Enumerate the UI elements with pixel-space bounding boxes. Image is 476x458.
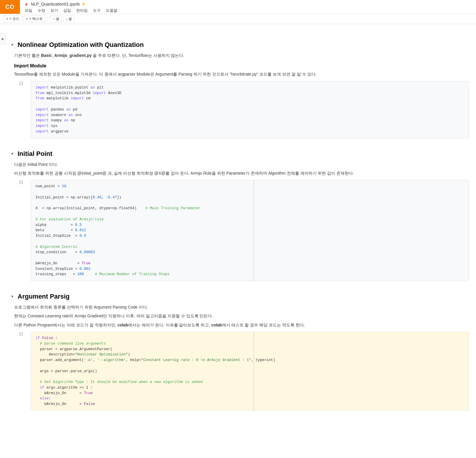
- cell-divider-2: [254, 180, 254, 281]
- section-title-2: Initial Point: [18, 150, 52, 158]
- cell-divider-3: [254, 332, 254, 411]
- colab-logo: CO: [0, 0, 20, 14]
- menu-help[interactable]: 도움말: [104, 7, 120, 14]
- menu-view[interactable]: 보기: [48, 7, 60, 14]
- cell-brackets-3: [ ]: [20, 332, 23, 336]
- import-description: Tensorflow를 제외한 모든 Module을 가져온다. 이 중에서 a…: [14, 71, 469, 77]
- code-block-imports[interactable]: import matplotlib.pyplot as plt from mpl…: [31, 81, 469, 138]
- cell-brackets-2: [ ]: [20, 180, 23, 184]
- initial-point-text-1: 다음은 Initial Point 이다.: [14, 161, 469, 168]
- arrow-up-icon: ↑: [53, 17, 55, 21]
- drive-icon: 🔺: [23, 1, 29, 7]
- section-title-1: Nonlinear Optimization with Quantization: [18, 41, 144, 49]
- code-block-argparse[interactable]: if False : # parse command line argument…: [31, 332, 469, 411]
- section-initial-point: ▼ Initial Point 다음은 Initial Point 이다. 비선…: [7, 147, 476, 287]
- move-cell-up-button[interactable]: ↑ 셀: [50, 15, 62, 23]
- code-cell-wrapper-2: num_point = 10 Initial_point = np.array(…: [31, 180, 469, 281]
- section-header-2[interactable]: ▼ Initial Point: [7, 149, 476, 159]
- arrow-down-icon: ↓: [66, 17, 67, 21]
- intro-text-1: 기본적인 틀은 Basic_Armijo_gradient.py 을 주로 따른…: [14, 52, 469, 59]
- section-nonlinear: ▼ Nonlinear Optimization with Quantizati…: [7, 38, 476, 144]
- menu-edit[interactable]: 수정: [35, 7, 48, 14]
- chevron-icon-2: ▼: [11, 152, 15, 156]
- down-cell-label: 셀: [68, 16, 72, 21]
- header-right: 🔺 NLP_Quantization01.ipynb ★ 파일 수정 보기 삽입…: [20, 0, 476, 14]
- up-cell-label: 셀: [56, 16, 59, 21]
- section-body-2: 다음은 Initial Point 이다. 비선형 최적화를 위한 공통 시작점…: [7, 161, 476, 281]
- toolbar-separator: [48, 16, 48, 22]
- section-argument-parsing: ▼ Argument Parsig 프로그램에서 최적화 종류를 선택하기 위한…: [7, 289, 476, 417]
- add-code-label: + 코드: [9, 16, 19, 21]
- chevron-icon-3: ▼: [11, 294, 15, 299]
- menu-file[interactable]: 파일: [22, 7, 35, 14]
- add-text-label: + 텍스트: [29, 16, 43, 21]
- cell-toolbar: + + 코드 + + 텍스트 ↑ 셀 ↓ 셀: [0, 14, 476, 24]
- title-row: 🔺 NLP_Quantization01.ipynb ★: [20, 0, 476, 7]
- chevron-icon-1: ▼: [11, 43, 15, 47]
- code-cell-wrapper-3: if False : # parse command line argument…: [31, 332, 469, 411]
- argparse-text-3: 다른 Python Program에서는 아래 코드가 잘 작동하지만, col…: [14, 322, 469, 328]
- notebook-title[interactable]: NLP_Quantization01.ipynb: [31, 2, 80, 6]
- argparse-text-1: 프로그램에서 최적화 종류를 선택하기 위한 Argument Parsing …: [14, 304, 469, 310]
- code-cell-imports: [ ] import matplotlib.pyplot as plt from…: [14, 81, 469, 138]
- cell-run-area-1: [ ]: [14, 81, 28, 85]
- code-block-initial-point[interactable]: num_point = 10 Initial_point = np.array(…: [31, 180, 469, 281]
- menu-runtime[interactable]: 런타임: [74, 7, 90, 14]
- app-header: CO 🔺 NLP_Quantization01.ipynb ★ 파일 수정 보기…: [0, 0, 476, 14]
- menu-tools[interactable]: 도구: [91, 7, 103, 14]
- menu-bar: 파일 수정 보기 삽입 런타임 도구 도움말: [20, 7, 476, 14]
- cell-brackets-1: [ ]: [20, 81, 23, 85]
- add-code-button[interactable]: + + 코드: [4, 15, 22, 23]
- section-body-1: 기본적인 틀은 Basic_Armijo_gradient.py 을 주로 따른…: [7, 52, 476, 138]
- subsection-title-import: Import Module: [14, 63, 469, 69]
- section-title-3: Argument Parsig: [18, 293, 70, 300]
- star-icon[interactable]: ★: [82, 1, 85, 7]
- section-header-3[interactable]: ▼ Argument Parsig: [7, 292, 476, 302]
- plus-icon: +: [6, 17, 8, 21]
- code-cell-initial-point: [ ] num_point = 10 Initial_point = np.ar…: [14, 180, 469, 281]
- menu-insert[interactable]: 삽입: [61, 7, 73, 14]
- sidebar-toggle[interactable]: ▶: [0, 33, 6, 45]
- plus-text-icon: +: [26, 17, 28, 21]
- cell-run-area-2: [ ]: [14, 180, 28, 184]
- section-header-nonlinear[interactable]: ▼ Nonlinear Optimization with Quantizati…: [7, 40, 476, 50]
- initial-point-text-2: 비선형 최적화를 위한 공통 시작점 @Initial_point@ 과, 실제…: [14, 170, 469, 176]
- add-text-button[interactable]: + + 텍스트: [23, 15, 45, 23]
- notebook-content: ▼ Nonlinear Optimization with Quantizati…: [7, 33, 476, 424]
- move-cell-down-button[interactable]: ↓ 셀: [63, 15, 74, 23]
- cell-run-area-3: [ ]: [14, 332, 28, 336]
- code-cell-argparse: [ ] if False : # parse command line argu…: [14, 332, 469, 411]
- argparse-text-2: 현재는 Constant Learning rate와 Armijo Gradi…: [14, 313, 469, 319]
- section-body-3: 프로그램에서 최적화 종류를 선택하기 위한 Argument Parsing …: [7, 304, 476, 411]
